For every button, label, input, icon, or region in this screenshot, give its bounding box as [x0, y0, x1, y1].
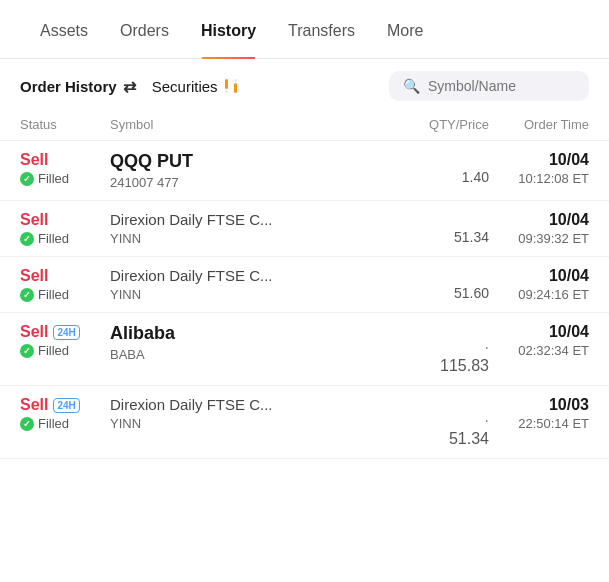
nav-tab-transfers[interactable]: Transfers	[272, 14, 371, 48]
check-icon	[20, 417, 34, 431]
filled-status: Filled	[20, 343, 110, 358]
action-label: Sell24H	[20, 323, 110, 341]
qty-cell: ·51.34	[409, 396, 489, 448]
status-cell: Sell24HFilled	[20, 396, 110, 431]
order-date: 10/04	[489, 151, 589, 169]
symbol-cell: Direxion Daily FTSE C...YINN	[110, 211, 409, 246]
symbol-ticker: BABA	[110, 347, 409, 362]
order-date: 10/04	[489, 323, 589, 341]
check-icon	[20, 172, 34, 186]
action-label: Sell	[20, 211, 110, 229]
col-header-time: Order Time	[489, 117, 589, 132]
status-cell: SellFilled	[20, 267, 110, 302]
status-badge: 24H	[53, 398, 79, 413]
security-name: QQQ PUT	[110, 151, 409, 172]
table-row[interactable]: Sell24HFilledAlibabaBABA·115.8310/0402:3…	[0, 312, 609, 385]
order-time: 09:24:16 ET	[489, 287, 589, 302]
nav-tab-more[interactable]: More	[371, 14, 439, 48]
symbol-cell: AlibabaBABA	[110, 323, 409, 362]
time-cell: 10/0410:12:08 ET	[489, 151, 589, 186]
security-name: Alibaba	[110, 323, 409, 344]
table-row[interactable]: SellFilledDirexion Daily FTSE C...YINN51…	[0, 256, 609, 312]
nav-tab-history[interactable]: History	[185, 14, 272, 48]
col-header-symbol: Symbol	[110, 117, 409, 132]
order-time: 02:32:34 ET	[489, 343, 589, 358]
status-cell: SellFilled	[20, 151, 110, 186]
order-date: 10/03	[489, 396, 589, 414]
action-label: Sell	[20, 267, 110, 285]
qty-cell: 1.40	[409, 151, 489, 185]
symbol-cell: Direxion Daily FTSE C...YINN	[110, 267, 409, 302]
security-name: Direxion Daily FTSE C...	[110, 211, 409, 228]
check-icon	[20, 288, 34, 302]
symbol-ticker: YINN	[110, 287, 409, 302]
svg-rect-2	[234, 79, 237, 82]
nav-tabs: AssetsOrdersHistoryTransfersMore	[0, 0, 609, 59]
table-row[interactable]: SellFilledQQQ PUT241007 4771.4010/0410:1…	[0, 140, 609, 200]
status-cell: Sell24HFilled	[20, 323, 110, 358]
symbol-ticker: 241007 477	[110, 175, 409, 190]
order-time: 22:50:14 ET	[489, 416, 589, 431]
time-cell: 10/0409:39:32 ET	[489, 211, 589, 246]
qty-cell: ·115.83	[409, 323, 489, 375]
time-cell: 10/0409:24:16 ET	[489, 267, 589, 302]
svg-rect-1	[225, 90, 228, 93]
qty-cell: 51.34	[409, 211, 489, 245]
table-row[interactable]: SellFilledDirexion Daily FTSE C...YINN51…	[0, 200, 609, 256]
col-header-qty: QTY/Price	[409, 117, 489, 132]
symbol-ticker: YINN	[110, 416, 409, 431]
securities-button[interactable]: Securities	[152, 78, 238, 95]
qty-cell: 51.60	[409, 267, 489, 301]
time-cell: 10/0402:32:34 ET	[489, 323, 589, 358]
nav-tab-orders[interactable]: Orders	[104, 14, 185, 48]
transfer-icon: ⇄	[123, 77, 136, 96]
order-time: 10:12:08 ET	[489, 171, 589, 186]
status-badge: 24H	[53, 325, 79, 340]
filled-status: Filled	[20, 287, 110, 302]
column-headers: Status Symbol QTY/Price Order Time	[0, 113, 609, 140]
check-icon	[20, 344, 34, 358]
action-label: Sell24H	[20, 396, 110, 414]
orders-list: SellFilledQQQ PUT241007 4771.4010/0410:1…	[0, 140, 609, 459]
symbol-cell: Direxion Daily FTSE C...YINN	[110, 396, 409, 431]
svg-rect-3	[234, 83, 237, 93]
status-cell: SellFilled	[20, 211, 110, 246]
order-time: 09:39:32 ET	[489, 231, 589, 246]
order-date: 10/04	[489, 211, 589, 229]
search-icon: 🔍	[403, 78, 420, 94]
filled-status: Filled	[20, 416, 110, 431]
time-cell: 10/0322:50:14 ET	[489, 396, 589, 431]
symbol-ticker: YINN	[110, 231, 409, 246]
security-name: Direxion Daily FTSE C...	[110, 267, 409, 284]
toolbar: Order History ⇄ Securities 🔍	[0, 59, 609, 113]
securities-label: Securities	[152, 78, 218, 95]
filled-status: Filled	[20, 231, 110, 246]
search-box[interactable]: 🔍	[389, 71, 589, 101]
filter-icon	[224, 78, 238, 94]
search-input[interactable]	[428, 78, 575, 94]
svg-rect-0	[225, 79, 228, 89]
symbol-cell: QQQ PUT241007 477	[110, 151, 409, 190]
check-icon	[20, 232, 34, 246]
table-row[interactable]: Sell24HFilledDirexion Daily FTSE C...YIN…	[0, 385, 609, 459]
security-name: Direxion Daily FTSE C...	[110, 396, 409, 413]
filled-status: Filled	[20, 171, 110, 186]
nav-tab-assets[interactable]: Assets	[24, 14, 104, 48]
order-history-label: Order History	[20, 78, 117, 95]
action-label: Sell	[20, 151, 110, 169]
order-date: 10/04	[489, 267, 589, 285]
order-history-button[interactable]: Order History ⇄	[20, 77, 136, 96]
col-header-status: Status	[20, 117, 110, 132]
